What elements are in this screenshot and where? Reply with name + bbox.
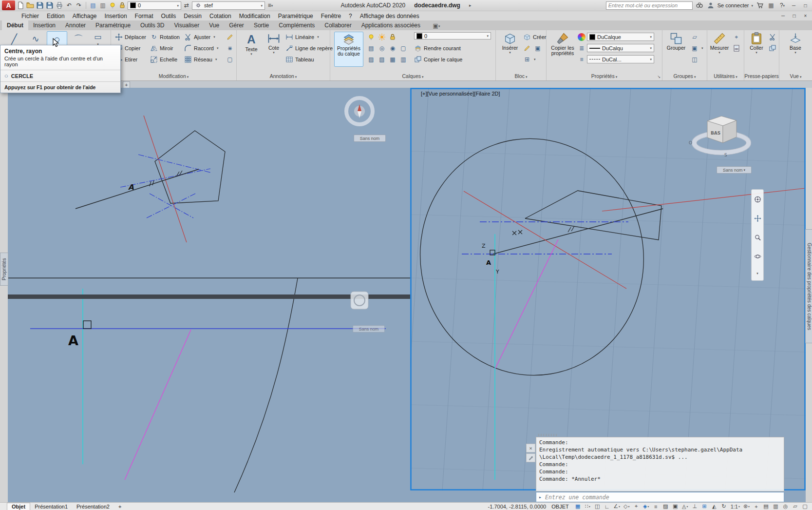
- quick-access-menu-icon[interactable]: ≡▾: [266, 1, 275, 10]
- ribbon-tab[interactable]: Visualiser: [169, 20, 204, 30]
- zoom-icon[interactable]: [754, 234, 761, 241]
- view-name-chip[interactable]: Sans nom: [717, 166, 752, 174]
- make-current-button[interactable]: Rendre courant: [414, 43, 461, 53]
- measure-button[interactable]: Mesurer ▾: [708, 32, 731, 54]
- ribbon-tab[interactable]: Sortie: [249, 20, 274, 30]
- panel-label-annotation[interactable]: Annotation: [237, 73, 330, 79]
- doc-minimize-icon[interactable]: ─: [778, 12, 788, 20]
- lock-icon[interactable]: [118, 1, 127, 10]
- ribbon-tab[interactable]: Annoter: [60, 20, 91, 30]
- polar-tracking-icon[interactable]: ∠: [612, 503, 622, 510]
- lineweight-dropdown[interactable]: DuCalqu: [587, 44, 654, 52]
- orbit-icon[interactable]: [754, 253, 761, 260]
- redo-icon[interactable]: ↷: [75, 1, 83, 10]
- isometric-icon[interactable]: ◇: [622, 503, 631, 510]
- ribbon-tab[interactable]: Compléments: [274, 20, 320, 30]
- quick-calc-button[interactable]: [733, 43, 740, 53]
- layer-dropdown[interactable]: 0 ▾: [414, 32, 491, 39]
- signin-button[interactable]: Se connecter: [718, 2, 749, 8]
- panel-label-vue[interactable]: Vue: [779, 73, 812, 79]
- layer-quick-dropdown[interactable]: 0 ▾: [128, 1, 181, 10]
- doc-restore-icon[interactable]: □: [790, 12, 799, 20]
- ribbon-tab[interactable]: Début: [2, 20, 28, 30]
- layout-icon[interactable]: ▥: [98, 1, 107, 10]
- command-window[interactable]: •••••••••••••••••• × Commande:Enregistre…: [525, 437, 784, 502]
- text-button[interactable]: A Texte ▾: [241, 32, 262, 56]
- move-button[interactable]: Déplacer: [115, 32, 146, 41]
- nav-more-icon[interactable]: ▾: [756, 272, 758, 275]
- scale-button[interactable]: Echelle: [150, 55, 177, 64]
- layout-tab-presentation1[interactable]: Présentation1: [30, 503, 72, 510]
- lineweight-icon[interactable]: ≡: [651, 503, 661, 510]
- autoscale-icon[interactable]: ↻: [719, 503, 729, 510]
- command-customize-icon[interactable]: [526, 453, 535, 462]
- erase-button[interactable]: [226, 32, 234, 41]
- panel-label-proprietes[interactable]: Propriétés: [547, 73, 662, 79]
- nav-wheel-icon[interactable]: [754, 196, 761, 203]
- save-icon[interactable]: [36, 1, 44, 10]
- panel-label-modification[interactable]: Modification: [111, 73, 236, 79]
- workspace-dropdown[interactable]: stef ▾: [192, 1, 265, 10]
- search-binoculars-icon[interactable]: [695, 1, 704, 10]
- layout-tab-objet[interactable]: Objet: [7, 503, 30, 510]
- undo-icon[interactable]: ↶: [65, 1, 74, 10]
- menu-item[interactable]: ?: [345, 13, 356, 20]
- quick-properties-icon[interactable]: ▥: [771, 503, 780, 510]
- command-history[interactable]: Commande:Enregistrement automatique vers…: [536, 437, 784, 491]
- window-minimize-icon[interactable]: ─: [789, 1, 798, 10]
- ribbon-tab[interactable]: Applications associées: [357, 20, 425, 30]
- autocad-logo[interactable]: A: [2, 0, 15, 10]
- cut-button[interactable]: [769, 32, 776, 41]
- sheet-set-icon[interactable]: ▤: [89, 1, 97, 10]
- layer-thaw-all-icon[interactable]: ▧: [378, 56, 386, 63]
- ribbon-tab[interactable]: Gérer: [224, 20, 249, 30]
- command-close-icon[interactable]: ×: [526, 444, 535, 452]
- osnap-tracking-icon[interactable]: ⌖: [632, 503, 641, 510]
- layout-tab-presentation2[interactable]: Présentation2: [72, 503, 114, 510]
- paste-button[interactable]: Coller ▾: [746, 32, 767, 54]
- view-name-chip[interactable]: Sans nom: [353, 325, 385, 333]
- menu-item[interactable]: Affichage des données: [356, 13, 423, 20]
- mirror-button[interactable]: Miroir: [150, 43, 173, 53]
- dynamic-input-icon[interactable]: ⊞: [700, 503, 709, 510]
- rotate-button[interactable]: ↻Rotation: [150, 32, 180, 41]
- graphics-performance-icon[interactable]: ▱: [791, 503, 800, 510]
- model-space-label[interactable]: OBJET: [551, 504, 568, 510]
- group-edit-button[interactable]: ▣: [691, 43, 703, 53]
- group-button[interactable]: Grouper: [664, 32, 688, 51]
- selection-cycling-icon[interactable]: ▣: [671, 503, 680, 510]
- match-properties-button[interactable]: Copier les propriétés: [549, 32, 576, 56]
- block-attributes-icon[interactable]: ▣: [534, 44, 542, 52]
- osnap-3d-icon[interactable]: ◬: [680, 503, 690, 510]
- copy-clip-button[interactable]: [769, 43, 776, 53]
- menu-item[interactable]: Cotation: [206, 13, 235, 20]
- ribbon-tab[interactable]: Collaborer: [320, 20, 356, 30]
- panel-label-calques[interactable]: Calques: [330, 73, 495, 79]
- trim-button[interactable]: Ajuster: [184, 32, 215, 41]
- infer-constraints-icon[interactable]: ◫: [593, 503, 602, 510]
- menu-item[interactable]: Format: [131, 13, 157, 20]
- isolate-icon[interactable]: ◎: [781, 503, 790, 510]
- open-file-icon[interactable]: [26, 1, 35, 10]
- layer-freeze-icon[interactable]: [378, 33, 386, 41]
- insert-block-button[interactable]: Insérer ▾: [499, 32, 521, 54]
- command-input-row[interactable]: ▸: [536, 492, 784, 502]
- layer-off-icon[interactable]: ▢: [399, 44, 407, 52]
- ribbon-tab[interactable]: Outils 3D: [135, 20, 169, 30]
- annotation-visibility-icon[interactable]: ◭: [710, 503, 719, 510]
- viewport-top-left[interactable]: A: [8, 88, 410, 278]
- match-layer-button[interactable]: Copier le calque: [414, 55, 463, 64]
- clean-screen-icon[interactable]: ▢: [800, 503, 810, 510]
- layer-on-icon[interactable]: [367, 33, 375, 41]
- command-input[interactable]: [544, 493, 781, 501]
- block-attach-button[interactable]: ⊞: [523, 55, 536, 64]
- osnap-icon[interactable]: ◈: [642, 503, 651, 510]
- panel-label-presse-papiers[interactable]: Presse-papiers: [744, 73, 779, 79]
- dimension-button[interactable]: Cote ▾: [264, 32, 283, 54]
- menu-item[interactable]: Insertion: [101, 13, 131, 20]
- layer-freeze-all-icon[interactable]: ▨: [367, 56, 375, 63]
- grid-icon[interactable]: ▦: [573, 503, 583, 510]
- menu-item[interactable]: Fichier: [18, 13, 43, 20]
- join-button[interactable]: ▢: [226, 55, 234, 64]
- layer-state-icon[interactable]: ▤: [367, 44, 375, 52]
